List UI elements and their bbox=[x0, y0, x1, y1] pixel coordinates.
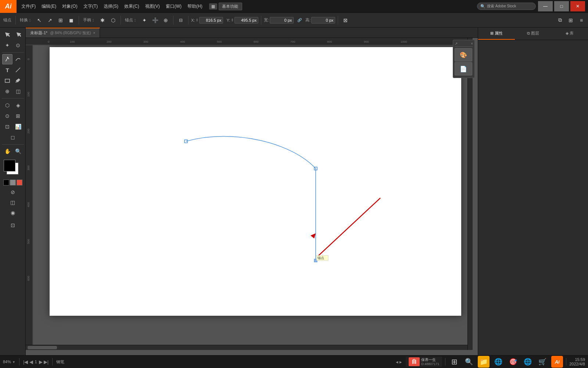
y-value[interactable]: 495.5 px bbox=[234, 17, 258, 24]
color-controls: ⊘ ◫ ◉ bbox=[8, 187, 18, 218]
tool-row-paint: ⊕ ◫ bbox=[2, 86, 23, 96]
maximize-button[interactable]: □ bbox=[554, 1, 569, 11]
minimize-button[interactable]: — bbox=[538, 1, 553, 11]
tab-bar: 未标题-1* @ 84% (RGB/GPU 预览) × bbox=[26, 28, 478, 38]
zoom-prev-btn[interactable]: ◂ bbox=[396, 359, 398, 365]
anchor-btn-3[interactable]: ⊕ bbox=[161, 15, 171, 25]
convert-btn-4[interactable]: ◼ bbox=[67, 15, 76, 25]
pen-tool[interactable] bbox=[2, 54, 12, 64]
canvas-area[interactable]: 0 100 200 300 400 500 600 700 800 900 10… bbox=[26, 38, 478, 355]
transform-btn[interactable]: ⊠ bbox=[341, 15, 350, 25]
gradient-tool[interactable]: ◫ bbox=[13, 86, 23, 96]
menu-view[interactable]: 视图(V) bbox=[142, 0, 163, 13]
grey-swatch[interactable] bbox=[10, 180, 16, 185]
menu-help[interactable]: 帮助(H) bbox=[184, 0, 205, 13]
artboards-btn[interactable]: ⊡ bbox=[8, 220, 18, 230]
floating-panel: ↗ × 🎨 📄 bbox=[453, 40, 475, 78]
anchor-btn-2[interactable]: ➕ bbox=[150, 15, 160, 25]
taskbar-ai-btn[interactable]: Ai bbox=[551, 356, 563, 368]
free-transform-tool[interactable]: ⊞ bbox=[13, 111, 23, 121]
hand-tool[interactable]: ✋ bbox=[2, 146, 12, 156]
bar-graph-tool[interactable]: 📊 bbox=[13, 121, 23, 132]
tab-close-button[interactable]: × bbox=[93, 31, 95, 35]
toolbar-divider-4 bbox=[173, 16, 173, 25]
paintbucket-tool[interactable]: ⊕ bbox=[2, 86, 12, 96]
menu-object[interactable]: 对象(O) bbox=[59, 0, 80, 13]
next-page-btn[interactable]: ▶ bbox=[39, 359, 43, 365]
blend-tool[interactable]: ⬡ bbox=[2, 100, 12, 110]
workspace-dropdown[interactable]: 基本功能 bbox=[219, 3, 242, 10]
h-value[interactable]: 0 px bbox=[311, 17, 335, 24]
layers-tab[interactable]: ⧉ 图层 bbox=[515, 28, 552, 40]
taskbar-chrome-btn[interactable]: 🌐 bbox=[522, 356, 534, 368]
close-button[interactable]: ✕ bbox=[570, 1, 585, 11]
toolbar-align-btn[interactable]: ≡ bbox=[577, 15, 586, 25]
toolbar-divider-3 bbox=[121, 16, 121, 25]
toolbar-icon-1[interactable]: ▦ bbox=[209, 3, 217, 10]
w-value[interactable]: 0 px bbox=[270, 17, 294, 24]
float-close-icon[interactable]: × bbox=[471, 42, 473, 46]
zoom-tool[interactable]: 🔍 bbox=[13, 146, 23, 156]
menu-type[interactable]: 文字(T) bbox=[80, 0, 101, 13]
svg-text:300: 300 bbox=[27, 165, 30, 170]
last-page-btn[interactable]: ▶| bbox=[44, 359, 49, 365]
properties-tab[interactable]: ⊞ 属性 bbox=[478, 28, 515, 40]
search-icon: 🔍 bbox=[480, 4, 485, 9]
convert-btn-3[interactable]: ⊞ bbox=[56, 15, 65, 25]
rectangle-tool[interactable] bbox=[2, 75, 12, 86]
taskbar-store-btn[interactable]: 🛒 bbox=[537, 356, 548, 368]
lock-proportions-btn[interactable]: 🔗 bbox=[295, 15, 304, 25]
taskbar-app-btn[interactable]: 🎯 bbox=[507, 356, 519, 368]
menu-file[interactable]: 文件(F) bbox=[18, 0, 39, 13]
convert-btn-2[interactable]: ↗ bbox=[45, 15, 55, 25]
gradient-color-btn[interactable]: ◫ bbox=[8, 197, 18, 208]
convert-btn-1[interactable]: ↖ bbox=[35, 15, 44, 25]
handle-btn-2[interactable]: ⬡ bbox=[108, 15, 118, 25]
handle-btn-1[interactable]: ✱ bbox=[98, 15, 107, 25]
menu-edit[interactable]: 编辑(E) bbox=[39, 0, 59, 13]
taskbar-edge-btn[interactable]: 🌐 bbox=[492, 356, 504, 368]
horizontal-scrollbar[interactable] bbox=[26, 345, 467, 350]
magic-wand-tool[interactable]: ✦ bbox=[2, 40, 12, 50]
zoom-dropdown[interactable]: ▾ bbox=[12, 360, 15, 364]
x-value[interactable]: 816.5 px bbox=[199, 17, 223, 24]
menu-window[interactable]: 窗口(W) bbox=[163, 0, 184, 13]
toolbar-right-btn-2[interactable]: ⊞ bbox=[566, 15, 576, 25]
color-guide-btn[interactable]: ◉ bbox=[8, 208, 18, 218]
type-tool[interactable]: T bbox=[2, 65, 12, 75]
first-page-btn[interactable]: |◀ bbox=[23, 359, 28, 365]
zoom-next-btn[interactable]: ▸ bbox=[399, 359, 402, 365]
float-expand-icon[interactable]: ↗ bbox=[455, 42, 458, 46]
slice-tool[interactable]: ◻ bbox=[8, 132, 18, 142]
none-color-btn[interactable]: ⊘ bbox=[8, 187, 18, 197]
eyedropper-tool[interactable] bbox=[13, 75, 23, 86]
search-box[interactable]: 🔍 搜索 Adobe Stock bbox=[477, 3, 536, 10]
document-tab[interactable]: 未标题-1* @ 84% (RGB/GPU 预览) × bbox=[26, 28, 100, 38]
warp-tool[interactable]: ⊙ bbox=[2, 111, 12, 121]
curvature-tool[interactable] bbox=[13, 54, 23, 64]
vertical-scrollbar[interactable] bbox=[467, 38, 473, 350]
symbol-tool[interactable]: ◈ bbox=[13, 100, 23, 110]
anchor-btn-1[interactable]: ✦ bbox=[140, 15, 149, 25]
line-tool[interactable] bbox=[13, 65, 23, 75]
prev-page-btn[interactable]: ◀ bbox=[29, 359, 33, 365]
drawing-canvas[interactable]: 锚点 bbox=[50, 47, 461, 316]
menu-select[interactable]: 选择(S) bbox=[101, 0, 121, 13]
horizontal-scroll-thumb[interactable] bbox=[28, 346, 57, 349]
color-panel-btn[interactable]: 🎨 bbox=[455, 48, 472, 61]
selection-tool[interactable] bbox=[2, 29, 12, 40]
stroke-swatch[interactable] bbox=[4, 160, 15, 171]
artboard-tool[interactable]: ⊡ bbox=[2, 121, 12, 132]
lasso-tool[interactable]: ⊙ bbox=[13, 40, 23, 50]
taskbar-windows-btn[interactable]: ⊞ bbox=[448, 356, 460, 368]
taskbar-folder-btn[interactable]: 📁 bbox=[478, 356, 490, 368]
library-tab[interactable]: ◈ 库 bbox=[551, 28, 588, 40]
red-swatch[interactable] bbox=[17, 180, 22, 185]
swatch-panel-btn[interactable]: 📄 bbox=[455, 62, 472, 75]
black-swatch[interactable] bbox=[3, 180, 9, 185]
taskbar-search-btn[interactable]: 🔍 bbox=[463, 356, 475, 368]
menu-effect[interactable]: 效果(C) bbox=[121, 0, 142, 13]
toolbar-shape-btn[interactable]: ⊟ bbox=[176, 15, 186, 25]
toolbar-right-btn-1[interactable]: ⧉ bbox=[555, 15, 565, 25]
direct-selection-tool[interactable] bbox=[13, 29, 23, 40]
